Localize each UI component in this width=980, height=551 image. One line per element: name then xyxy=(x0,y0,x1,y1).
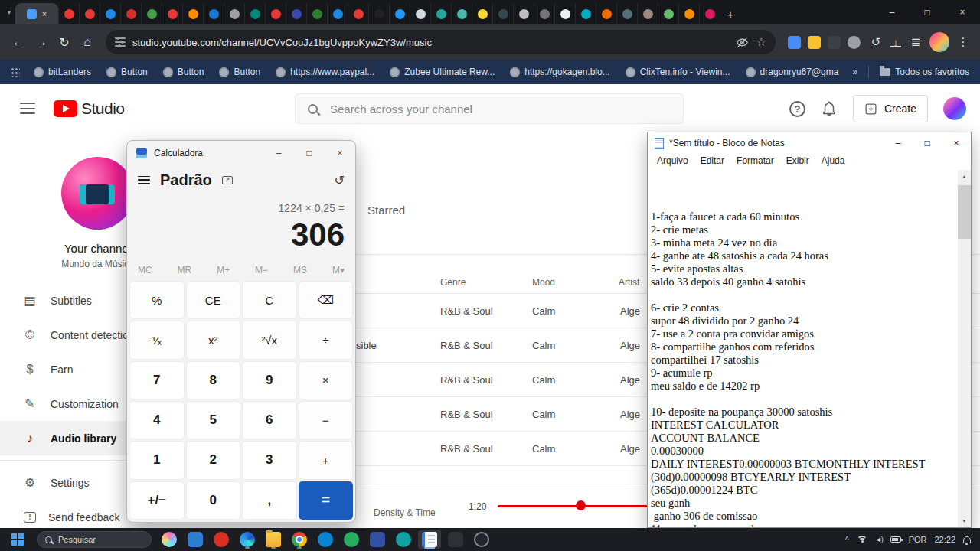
speaker-icon[interactable]: ◄) xyxy=(875,536,883,543)
calculator-mode[interactable]: Padrão xyxy=(160,171,212,189)
forward-icon[interactable]: → xyxy=(31,31,52,53)
calc-key-8[interactable]: 8 xyxy=(186,361,241,399)
bookmark-item[interactable]: dragonryu67@gmai... xyxy=(746,67,839,77)
memory-button[interactable]: M▾ xyxy=(332,265,345,276)
browser-tab[interactable] xyxy=(265,3,286,24)
taskbar-app-7[interactable] xyxy=(444,530,467,549)
browser-tab[interactable] xyxy=(79,3,100,24)
browser-tab[interactable] xyxy=(389,3,410,24)
extension-icon[interactable] xyxy=(808,36,821,49)
browser-tab[interactable] xyxy=(534,3,554,24)
close-button[interactable]: × xyxy=(942,132,971,154)
browser-tab[interactable] xyxy=(430,3,451,24)
browser-tab[interactable] xyxy=(327,3,348,24)
active-tab[interactable]: × xyxy=(15,3,58,24)
memory-button[interactable]: M+ xyxy=(217,265,230,276)
browser-tab[interactable] xyxy=(575,3,596,24)
notepad-menu-item[interactable]: Formatar xyxy=(730,154,780,170)
calc-key-9[interactable]: 9 xyxy=(242,361,297,399)
language-indicator[interactable]: POR xyxy=(909,535,927,544)
bookmark-item[interactable]: https://www.paypal... xyxy=(276,67,374,77)
studio-logo[interactable]: Studio xyxy=(54,99,125,118)
extension-icon[interactable] xyxy=(788,36,801,49)
browser-tab[interactable] xyxy=(699,3,720,24)
taskbar-app-edge[interactable] xyxy=(236,530,259,549)
browser-tab[interactable] xyxy=(120,3,141,24)
notepad-menu-item[interactable]: Exibir xyxy=(780,154,815,170)
reading-list-icon[interactable]: ≣ xyxy=(906,35,925,49)
taskbar-app-copilot[interactable] xyxy=(158,530,181,549)
browser-tab[interactable] xyxy=(244,3,265,24)
browser-tab[interactable] xyxy=(472,3,492,24)
column-mood[interactable]: Mood xyxy=(532,277,555,288)
calc-key-percent[interactable]: % xyxy=(129,281,185,319)
keep-on-top-icon[interactable] xyxy=(222,176,233,184)
calc-key-backspace[interactable]: ⌫ xyxy=(299,281,354,319)
channel-avatar[interactable] xyxy=(61,157,134,230)
tray-chevron-icon[interactable]: ^ xyxy=(845,536,849,544)
taskbar-app-chrome[interactable] xyxy=(288,530,311,549)
all-bookmarks-button[interactable]: Todos os favoritos xyxy=(880,67,969,77)
taskbar-app-5[interactable] xyxy=(366,530,389,549)
tab-starred[interactable]: Starred xyxy=(368,204,405,217)
calc-key-0[interactable]: 0 xyxy=(186,481,241,520)
taskbar-app-3[interactable] xyxy=(314,530,337,549)
extension-icon[interactable] xyxy=(848,36,861,49)
calculator-titlebar[interactable]: Calculadora – □ × xyxy=(127,141,355,165)
browser-tab[interactable] xyxy=(596,3,616,24)
browser-tab[interactable] xyxy=(410,3,430,24)
memory-button[interactable]: MS xyxy=(293,265,307,276)
taskbar-app-1[interactable] xyxy=(184,530,207,549)
taskbar-app-2[interactable] xyxy=(210,530,233,549)
browser-tab[interactable] xyxy=(182,3,203,24)
notepad-window[interactable]: *Sem título - Bloco de Notas – □ × Arqui… xyxy=(647,132,972,528)
new-tab-button[interactable]: + xyxy=(720,3,741,24)
address-bar[interactable]: studio.youtube.com/channel/UCVvCouJz1bgU… xyxy=(106,30,776,54)
calc-key-5[interactable]: 5 xyxy=(186,401,241,439)
calc-key-add[interactable]: + xyxy=(299,441,354,479)
bookmark-item[interactable]: Button xyxy=(106,67,148,77)
hamburger-icon[interactable] xyxy=(20,103,35,114)
back-icon[interactable]: ← xyxy=(8,31,29,53)
browser-profile-avatar[interactable] xyxy=(929,32,949,52)
memory-button[interactable]: MC xyxy=(138,265,152,276)
taskbar-app-notepad[interactable] xyxy=(418,530,441,549)
notepad-text-area[interactable]: 1-faça a faucet a cada 60 minutos2- crie… xyxy=(651,171,958,527)
bookmark-item[interactable]: Button xyxy=(163,67,204,77)
bookmark-item[interactable]: Button xyxy=(219,67,260,77)
tab-search-icon[interactable]: ▾ xyxy=(3,8,15,16)
clock[interactable]: 22:22 xyxy=(934,535,956,544)
browser-tab[interactable] xyxy=(286,3,306,24)
bookmark-item[interactable]: bitLanders xyxy=(34,67,91,77)
reload-icon[interactable]: ↻ xyxy=(54,31,75,53)
browser-tab[interactable] xyxy=(451,3,472,24)
browser-tab[interactable] xyxy=(658,3,678,24)
calc-key-7[interactable]: 7 xyxy=(129,361,185,399)
maximize-button[interactable]: □ xyxy=(910,0,945,24)
calc-key-4[interactable]: 4 xyxy=(129,401,185,439)
extension-icon[interactable] xyxy=(828,36,841,49)
bookmark-item[interactable]: https://gokagen.blo... xyxy=(510,67,609,77)
eye-off-icon[interactable] xyxy=(736,36,749,49)
notifications-icon[interactable] xyxy=(963,536,971,543)
browser-tab[interactable] xyxy=(224,3,244,24)
site-settings-icon[interactable] xyxy=(115,37,126,47)
browser-tab[interactable] xyxy=(368,3,389,24)
account-avatar[interactable] xyxy=(943,97,966,120)
maximize-button[interactable]: □ xyxy=(913,132,942,154)
apps-grid-icon[interactable] xyxy=(11,67,20,77)
calc-key-1[interactable]: 1 xyxy=(129,441,185,479)
calc-key-sqrt[interactable]: ²√x xyxy=(242,321,297,359)
minimize-button[interactable]: – xyxy=(874,0,910,24)
browser-tab[interactable] xyxy=(141,3,162,24)
url-text[interactable]: studio.youtube.com/channel/UCVvCouJz1bgU… xyxy=(132,37,729,48)
scrollbar-thumb[interactable] xyxy=(958,185,971,239)
battery-icon[interactable] xyxy=(890,536,901,543)
browser-tab[interactable] xyxy=(348,3,368,24)
wifi-icon[interactable] xyxy=(857,536,867,544)
notepad-scrollbar[interactable]: ▲ ▼ xyxy=(958,170,971,527)
close-tab-icon[interactable]: × xyxy=(42,10,47,18)
calc-key-decimal[interactable]: , xyxy=(242,481,297,520)
calc-key-6[interactable]: 6 xyxy=(242,401,297,439)
calc-key-reciprocal[interactable]: ¹⁄ₓ xyxy=(129,321,185,359)
